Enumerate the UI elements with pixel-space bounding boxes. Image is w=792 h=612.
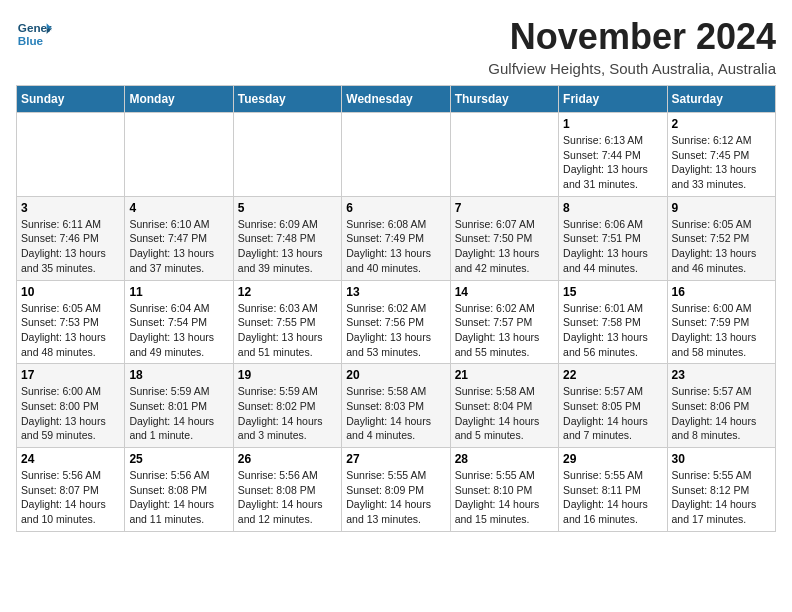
day-number: 15	[563, 285, 662, 299]
day-number: 3	[21, 201, 120, 215]
calendar-cell: 18Sunrise: 5:59 AMSunset: 8:01 PMDayligh…	[125, 364, 233, 448]
calendar-cell: 11Sunrise: 6:04 AMSunset: 7:54 PMDayligh…	[125, 280, 233, 364]
cell-content: Sunrise: 6:08 AMSunset: 7:49 PMDaylight:…	[346, 217, 445, 276]
day-number: 30	[672, 452, 771, 466]
day-number: 11	[129, 285, 228, 299]
calendar-cell: 28Sunrise: 5:55 AMSunset: 8:10 PMDayligh…	[450, 448, 558, 532]
calendar-cell: 10Sunrise: 6:05 AMSunset: 7:53 PMDayligh…	[17, 280, 125, 364]
day-number: 5	[238, 201, 337, 215]
day-number: 26	[238, 452, 337, 466]
page-header: General Blue November 2024 Gulfview Heig…	[16, 16, 776, 77]
calendar-cell	[125, 113, 233, 197]
cell-content: Sunrise: 6:00 AMSunset: 8:00 PMDaylight:…	[21, 384, 120, 443]
day-number: 4	[129, 201, 228, 215]
title-block: November 2024 Gulfview Heights, South Au…	[488, 16, 776, 77]
calendar-week-row: 10Sunrise: 6:05 AMSunset: 7:53 PMDayligh…	[17, 280, 776, 364]
cell-content: Sunrise: 6:11 AMSunset: 7:46 PMDaylight:…	[21, 217, 120, 276]
calendar-cell	[233, 113, 341, 197]
cell-content: Sunrise: 5:57 AMSunset: 8:05 PMDaylight:…	[563, 384, 662, 443]
day-number: 13	[346, 285, 445, 299]
day-number: 14	[455, 285, 554, 299]
logo: General Blue	[16, 16, 52, 52]
calendar-cell: 2Sunrise: 6:12 AMSunset: 7:45 PMDaylight…	[667, 113, 775, 197]
calendar-cell: 21Sunrise: 5:58 AMSunset: 8:04 PMDayligh…	[450, 364, 558, 448]
calendar-cell: 6Sunrise: 6:08 AMSunset: 7:49 PMDaylight…	[342, 196, 450, 280]
cell-content: Sunrise: 6:07 AMSunset: 7:50 PMDaylight:…	[455, 217, 554, 276]
cell-content: Sunrise: 5:55 AMSunset: 8:12 PMDaylight:…	[672, 468, 771, 527]
calendar-cell: 13Sunrise: 6:02 AMSunset: 7:56 PMDayligh…	[342, 280, 450, 364]
cell-content: Sunrise: 6:05 AMSunset: 7:52 PMDaylight:…	[672, 217, 771, 276]
cell-content: Sunrise: 5:55 AMSunset: 8:09 PMDaylight:…	[346, 468, 445, 527]
calendar-cell: 24Sunrise: 5:56 AMSunset: 8:07 PMDayligh…	[17, 448, 125, 532]
cell-content: Sunrise: 5:59 AMSunset: 8:02 PMDaylight:…	[238, 384, 337, 443]
cell-content: Sunrise: 6:09 AMSunset: 7:48 PMDaylight:…	[238, 217, 337, 276]
weekday-header: Monday	[125, 86, 233, 113]
day-number: 6	[346, 201, 445, 215]
cell-content: Sunrise: 5:56 AMSunset: 8:07 PMDaylight:…	[21, 468, 120, 527]
calendar-cell: 3Sunrise: 6:11 AMSunset: 7:46 PMDaylight…	[17, 196, 125, 280]
calendar-cell: 7Sunrise: 6:07 AMSunset: 7:50 PMDaylight…	[450, 196, 558, 280]
cell-content: Sunrise: 6:04 AMSunset: 7:54 PMDaylight:…	[129, 301, 228, 360]
day-number: 29	[563, 452, 662, 466]
day-number: 18	[129, 368, 228, 382]
day-number: 17	[21, 368, 120, 382]
calendar-cell	[17, 113, 125, 197]
calendar-cell: 16Sunrise: 6:00 AMSunset: 7:59 PMDayligh…	[667, 280, 775, 364]
calendar-cell: 15Sunrise: 6:01 AMSunset: 7:58 PMDayligh…	[559, 280, 667, 364]
day-number: 27	[346, 452, 445, 466]
calendar-cell: 14Sunrise: 6:02 AMSunset: 7:57 PMDayligh…	[450, 280, 558, 364]
cell-content: Sunrise: 6:13 AMSunset: 7:44 PMDaylight:…	[563, 133, 662, 192]
day-number: 23	[672, 368, 771, 382]
calendar-cell: 25Sunrise: 5:56 AMSunset: 8:08 PMDayligh…	[125, 448, 233, 532]
cell-content: Sunrise: 6:00 AMSunset: 7:59 PMDaylight:…	[672, 301, 771, 360]
weekday-header-row: SundayMondayTuesdayWednesdayThursdayFrid…	[17, 86, 776, 113]
calendar-cell: 27Sunrise: 5:55 AMSunset: 8:09 PMDayligh…	[342, 448, 450, 532]
cell-content: Sunrise: 6:05 AMSunset: 7:53 PMDaylight:…	[21, 301, 120, 360]
weekday-header: Sunday	[17, 86, 125, 113]
cell-content: Sunrise: 5:58 AMSunset: 8:04 PMDaylight:…	[455, 384, 554, 443]
cell-content: Sunrise: 6:02 AMSunset: 7:57 PMDaylight:…	[455, 301, 554, 360]
cell-content: Sunrise: 6:02 AMSunset: 7:56 PMDaylight:…	[346, 301, 445, 360]
cell-content: Sunrise: 6:01 AMSunset: 7:58 PMDaylight:…	[563, 301, 662, 360]
calendar-week-row: 1Sunrise: 6:13 AMSunset: 7:44 PMDaylight…	[17, 113, 776, 197]
calendar-cell: 17Sunrise: 6:00 AMSunset: 8:00 PMDayligh…	[17, 364, 125, 448]
weekday-header: Saturday	[667, 86, 775, 113]
day-number: 28	[455, 452, 554, 466]
calendar-cell: 26Sunrise: 5:56 AMSunset: 8:08 PMDayligh…	[233, 448, 341, 532]
calendar-cell: 23Sunrise: 5:57 AMSunset: 8:06 PMDayligh…	[667, 364, 775, 448]
day-number: 19	[238, 368, 337, 382]
calendar-cell: 8Sunrise: 6:06 AMSunset: 7:51 PMDaylight…	[559, 196, 667, 280]
day-number: 21	[455, 368, 554, 382]
logo-icon: General Blue	[16, 16, 52, 52]
day-number: 9	[672, 201, 771, 215]
calendar-week-row: 24Sunrise: 5:56 AMSunset: 8:07 PMDayligh…	[17, 448, 776, 532]
cell-content: Sunrise: 6:06 AMSunset: 7:51 PMDaylight:…	[563, 217, 662, 276]
calendar-cell: 5Sunrise: 6:09 AMSunset: 7:48 PMDaylight…	[233, 196, 341, 280]
day-number: 12	[238, 285, 337, 299]
day-number: 1	[563, 117, 662, 131]
calendar-week-row: 3Sunrise: 6:11 AMSunset: 7:46 PMDaylight…	[17, 196, 776, 280]
cell-content: Sunrise: 6:03 AMSunset: 7:55 PMDaylight:…	[238, 301, 337, 360]
day-number: 2	[672, 117, 771, 131]
calendar-cell: 20Sunrise: 5:58 AMSunset: 8:03 PMDayligh…	[342, 364, 450, 448]
weekday-header: Thursday	[450, 86, 558, 113]
calendar-cell: 22Sunrise: 5:57 AMSunset: 8:05 PMDayligh…	[559, 364, 667, 448]
cell-content: Sunrise: 5:56 AMSunset: 8:08 PMDaylight:…	[129, 468, 228, 527]
cell-content: Sunrise: 5:57 AMSunset: 8:06 PMDaylight:…	[672, 384, 771, 443]
cell-content: Sunrise: 5:59 AMSunset: 8:01 PMDaylight:…	[129, 384, 228, 443]
cell-content: Sunrise: 5:55 AMSunset: 8:10 PMDaylight:…	[455, 468, 554, 527]
day-number: 25	[129, 452, 228, 466]
day-number: 7	[455, 201, 554, 215]
svg-text:Blue: Blue	[18, 34, 44, 47]
calendar-cell: 29Sunrise: 5:55 AMSunset: 8:11 PMDayligh…	[559, 448, 667, 532]
cell-content: Sunrise: 6:12 AMSunset: 7:45 PMDaylight:…	[672, 133, 771, 192]
calendar-week-row: 17Sunrise: 6:00 AMSunset: 8:00 PMDayligh…	[17, 364, 776, 448]
calendar-cell: 12Sunrise: 6:03 AMSunset: 7:55 PMDayligh…	[233, 280, 341, 364]
calendar-cell	[450, 113, 558, 197]
calendar-table: SundayMondayTuesdayWednesdayThursdayFrid…	[16, 85, 776, 532]
calendar-cell: 19Sunrise: 5:59 AMSunset: 8:02 PMDayligh…	[233, 364, 341, 448]
day-number: 20	[346, 368, 445, 382]
day-number: 10	[21, 285, 120, 299]
day-number: 16	[672, 285, 771, 299]
calendar-cell: 30Sunrise: 5:55 AMSunset: 8:12 PMDayligh…	[667, 448, 775, 532]
